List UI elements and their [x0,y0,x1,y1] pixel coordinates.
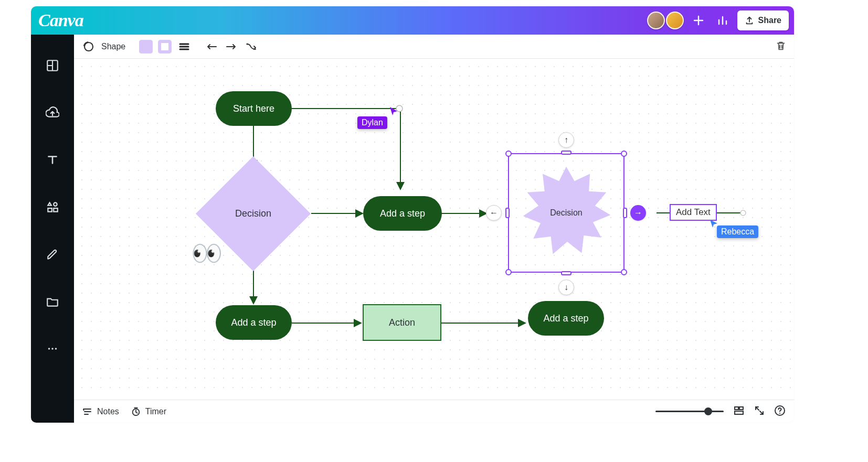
add-member-button[interactable] [689,11,708,30]
templates-button[interactable] [41,55,63,77]
line-left-icon[interactable] [204,39,219,54]
node-addstep-mid-label: Add a step [380,208,425,219]
grid-view-button[interactable] [733,405,745,418]
share-label: Share [758,16,781,25]
help-button[interactable] [774,405,786,418]
anchor-right[interactable]: → [630,205,646,221]
node-start-label: Start here [233,103,274,114]
border-color-swatch[interactable] [158,40,172,53]
svg-point-3 [55,348,57,349]
node-action-label: Action [389,317,415,328]
avatar-user-1[interactable] [647,12,665,29]
more-button[interactable] [41,338,63,360]
share-button[interactable]: Share [737,10,789,30]
node-addstep-right-label: Add a step [543,313,588,324]
footer: Notes Timer [74,400,794,423]
elements-button[interactable] [41,196,63,218]
anchor-left[interactable]: ← [486,205,502,221]
node-decision-2[interactable]: Decision [515,162,618,264]
node-decision-1-label: Decision [235,208,271,219]
analytics-button[interactable] [713,11,732,30]
svg-point-4 [84,42,93,51]
upload-icon [745,16,754,25]
notes-label: Notes [97,407,119,416]
svg-rect-19 [739,407,743,410]
node-addstep-right[interactable]: Add a step [528,301,604,336]
zoom-slider[interactable] [655,411,724,412]
eyes-sticker[interactable]: 👀 [191,240,223,267]
line-elbow-icon[interactable] [244,39,259,54]
canvas[interactable]: Start here Decision 👀 Add a step ↑ ↓ ← → [74,59,794,400]
uploads-button[interactable] [41,102,63,124]
node-addstep-bottom[interactable]: Add a step [216,305,292,340]
text-button[interactable] [41,149,63,171]
shape-icon[interactable] [81,39,96,54]
logo[interactable]: Canva [38,10,83,30]
projects-button[interactable] [41,291,63,313]
node-decision-2-label: Decision [550,208,582,218]
add-text-label: Add Text [676,207,711,217]
svg-point-1 [48,348,50,349]
line-right-icon[interactable] [224,39,239,54]
node-start[interactable]: Start here [216,91,292,126]
topbar: Canva Share [31,6,794,35]
app-frame: Canva Share [31,6,794,423]
svg-rect-18 [735,407,738,410]
fullscreen-button[interactable] [754,405,765,418]
fill-color-swatch[interactable] [139,40,153,53]
timer-label: Timer [145,407,166,416]
shape-label: Shape [101,42,125,51]
anchor-up[interactable]: ↑ [558,132,574,148]
cursor-rebecca: Rebecca [717,225,758,238]
svg-rect-20 [735,411,743,414]
delete-button[interactable] [775,40,787,53]
timer-button[interactable]: Timer [131,406,166,417]
border-weight-icon[interactable] [177,39,192,54]
avatar-user-2[interactable] [666,12,684,29]
anchor-down[interactable]: ↓ [558,280,574,295]
cursor-dylan-pointer [389,106,399,116]
node-action[interactable]: Action [363,304,441,341]
context-toolbar: Shape [74,35,794,59]
svg-point-22 [779,412,780,413]
svg-point-5 [247,43,248,45]
svg-point-2 [51,348,53,349]
side-rail [31,35,74,423]
node-addstep-bottom-label: Add a step [231,317,276,328]
notes-icon [82,406,93,417]
notes-button[interactable]: Notes [82,406,119,417]
cursor-dylan: Dylan [357,116,387,129]
node-addstep-mid[interactable]: Add a step [363,196,442,231]
timer-icon [131,406,141,417]
draw-button[interactable] [41,243,63,265]
svg-point-16 [740,210,746,216]
